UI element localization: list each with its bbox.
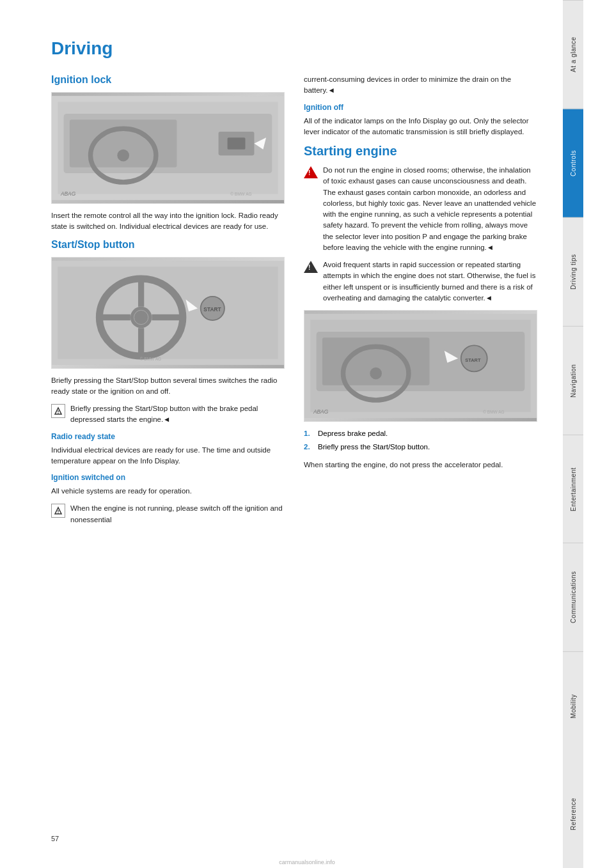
sidebar-tab-entertainment[interactable]: Entertainment [563, 435, 583, 543]
sidebar-tab-reference[interactable]: Reference [563, 760, 583, 868]
svg-point-35 [370, 368, 382, 380]
sidebar-tab-mobility[interactable]: Mobility [563, 651, 583, 760]
ignition-on-note-box: When the engine is not running, please s… [51, 503, 285, 525]
ignition-off-cont: current-consuming devices in order to mi… [304, 74, 537, 97]
ignition-on-note: When the engine is not running, please s… [70, 503, 285, 525]
two-column-layout: Ignition lock [51, 74, 537, 532]
warning-box-1: Do not run the engine in closed rooms; o… [304, 165, 537, 253]
svg-point-26 [58, 413, 58, 414]
ignition-lock-image: ABAG © BMW AG [51, 92, 285, 204]
steps-list: 1. Depress brake pedal. 2. Briefly press… [304, 428, 537, 453]
start-stop-note-box: Briefly pressing the Start/Stop button w… [51, 403, 285, 426]
note-icon-2 [51, 504, 65, 518]
sidebar-tab-communications[interactable]: Communications [563, 543, 583, 651]
warning-2-text: Avoid frequent starts in rapid successio… [323, 260, 537, 304]
starting-engine-heading: Starting engine [304, 144, 537, 159]
warning-icon-2 [304, 260, 318, 273]
page-container: Driving Ignition lock [0, 0, 614, 868]
start-stop-heading: Start/Stop button [51, 239, 285, 251]
left-column: Ignition lock [51, 74, 285, 532]
note-icon-1 [51, 404, 65, 418]
step-1-num: 1. [304, 428, 314, 439]
svg-rect-7 [228, 137, 246, 150]
svg-point-14 [130, 306, 152, 328]
ignition-off-heading: Ignition off [304, 103, 537, 112]
right-column: current-consuming devices in order to mi… [304, 74, 537, 532]
svg-text:START: START [203, 306, 221, 313]
right-sidebar: At a glance Controls Driving tips Naviga… [563, 0, 583, 868]
warning-1-text: Do not run the engine in closed rooms; o… [323, 165, 537, 253]
radio-ready-body: Individual electrical devices are ready … [51, 445, 285, 467]
engine-footer: When starting the engine, do not press t… [304, 460, 537, 470]
svg-text:© BMW AG: © BMW AG [483, 410, 504, 414]
warning-icon-1 [304, 165, 318, 178]
ignition-on-heading: Ignition switched on [51, 473, 285, 482]
step-2: 2. Briefly press the Start/Stop button. [304, 442, 537, 453]
svg-text:ABAG: ABAG [60, 190, 76, 197]
step-1-text: Depress brake pedal. [318, 428, 388, 439]
step-2-text: Briefly press the Start/Stop button. [318, 442, 430, 453]
sidebar-tab-at-a-glance[interactable]: At a glance [563, 0, 583, 109]
step-2-num: 2. [304, 442, 314, 453]
step-1: 1. Depress brake pedal. [304, 428, 537, 439]
radio-ready-heading: Radio ready state [51, 432, 285, 441]
engine-start-image: START ABAG © BMW AG [304, 310, 537, 422]
sidebar-tab-navigation[interactable]: Navigation [563, 326, 583, 435]
start-stop-image: START © BMW AG [51, 257, 285, 369]
start-stop-body1: Briefly pressing the Start/Stop button s… [51, 375, 285, 398]
svg-point-29 [58, 513, 58, 513]
svg-text:START: START [465, 357, 481, 363]
ignition-lock-body: Insert the remote control all the way in… [51, 210, 285, 233]
ignition-off-body: All of the indicator lamps on the Info D… [304, 116, 537, 138]
page-title: Driving [51, 38, 537, 59]
sidebar-tab-controls[interactable]: Controls [563, 109, 583, 217]
svg-text:ABAG: ABAG [313, 408, 329, 415]
page-number: 57 [51, 835, 59, 842]
svg-text:© BMW AG: © BMW AG [230, 192, 251, 196]
sidebar-tab-driving-tips[interactable]: Driving tips [563, 217, 583, 326]
main-content: Driving Ignition lock [0, 0, 563, 868]
start-stop-note: Briefly pressing the Start/Stop button w… [70, 403, 285, 426]
sidebar-tabs: At a glance Controls Driving tips Naviga… [563, 0, 583, 868]
svg-point-5 [117, 150, 129, 162]
warning-box-2: Avoid frequent starts in rapid successio… [304, 260, 537, 304]
svg-text:© BMW AG: © BMW AG [140, 357, 161, 361]
ignition-lock-heading: Ignition lock [51, 74, 285, 86]
ignition-on-body: All vehicle systems are ready for operat… [51, 486, 285, 497]
watermark: carmanualsonline.info [0, 856, 614, 868]
